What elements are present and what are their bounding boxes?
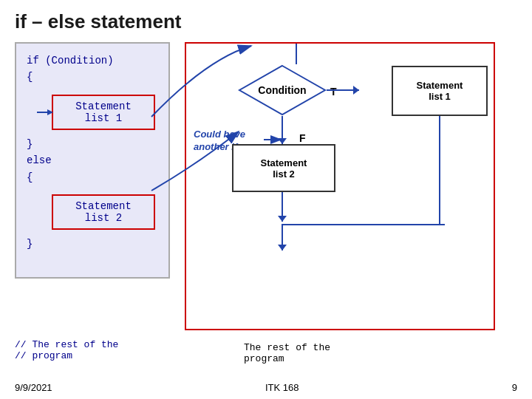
footer-date: 9/9/2021 — [15, 382, 52, 393]
fc-arrow-down2 — [282, 192, 283, 222]
code-line-3: } — [27, 136, 158, 152]
fc-t-label: T — [330, 86, 337, 98]
fc-stmt1-box: Statement list 1 — [392, 66, 488, 116]
footer-course: ITK 168 — [265, 382, 299, 393]
flowchart: Condition T Statement list 1 F Could hav… — [185, 42, 495, 330]
bottom-program-text: The rest of the program — [244, 342, 495, 364]
code-line-1: if (Condition) — [27, 52, 158, 69]
fc-arrow-f — [282, 116, 283, 144]
code-line-2: { — [27, 69, 158, 85]
fc-bottom-h — [282, 224, 445, 225]
fc-arrow-t — [327, 89, 359, 91]
code-line-6: } — [27, 236, 158, 252]
page-title: if – else statement — [0, 0, 532, 39]
svg-marker-2 — [239, 66, 325, 115]
code-line-5: { — [27, 169, 158, 185]
code-stmt2-box: Statement list 2 — [52, 194, 155, 230]
fc-f-label: F — [299, 132, 306, 144]
bottom-right: The rest of the program — [185, 339, 495, 364]
fc-diamond — [238, 64, 327, 116]
footer-page: 9 — [512, 382, 517, 393]
arrow-into-stmt1 — [37, 107, 53, 117]
fc-arrow-exit — [282, 224, 283, 250]
code-block: if (Condition) { Statement list 1 } else… — [15, 42, 170, 279]
footer: 9/9/2021 ITK 168 9 — [15, 382, 517, 393]
bottom-code: // The rest of the // program — [15, 339, 170, 361]
code-line-4: else — [27, 152, 158, 168]
svg-marker-1 — [47, 109, 53, 115]
fc-top-line — [296, 44, 297, 64]
fc-stmt2-box: Statement list 2 — [232, 144, 335, 192]
code-stmt1-box: Statement list 1 — [52, 95, 155, 130]
fc-right-line-v — [439, 116, 440, 225]
